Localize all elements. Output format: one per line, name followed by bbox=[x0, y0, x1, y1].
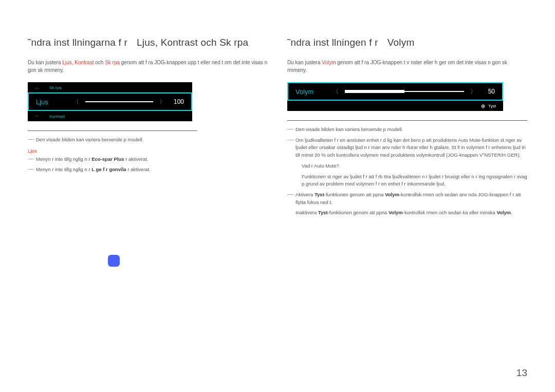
heading-left: ˜ndra inst llningarna f rLjus, Kontrast … bbox=[28, 37, 268, 48]
osd-top-label: Sk rpa bbox=[49, 85, 61, 90]
chevron-right-icon: 〉 bbox=[470, 87, 476, 96]
para-activate-mute: Aktivera Tyst-funktionen genom att ppna … bbox=[287, 191, 527, 206]
intro-right: Du kan justera Volym genom att f ra JOG-… bbox=[287, 59, 527, 74]
osd-bottom-row: ﹀ Kontrast bbox=[28, 111, 192, 121]
heading-right-a: ˜ndra inst llningen f r bbox=[287, 37, 378, 48]
heading-right: ˜ndra inst llningen f rVolym bbox=[287, 37, 527, 48]
osd-brightness: ︿ Sk rpa Ljus 〈 〉 100 ﹀ Kontrast bbox=[28, 82, 192, 121]
separator bbox=[28, 130, 197, 131]
right-column: ˜ndra inst llningen f rVolym Du kan just… bbox=[287, 37, 527, 220]
separator bbox=[287, 120, 527, 121]
heading-right-b: Volym bbox=[387, 37, 415, 48]
left-column: ˜ndra inst llningarna f rLjus, Kontrast … bbox=[28, 37, 268, 220]
para-deactivate-mute: Inaktivera Tyst-funktionen genom att ppn… bbox=[287, 209, 527, 217]
chevron-right-icon: 〉 bbox=[159, 98, 165, 106]
jog-down-icon: ⊕ bbox=[481, 103, 485, 109]
note-model-right: Den visade bilden kan variera beroende p… bbox=[287, 126, 527, 134]
osd-vol-value: 50 bbox=[479, 88, 495, 95]
osd-vol-label: Volym bbox=[295, 88, 329, 96]
chevron-down-icon: ﹀ bbox=[35, 114, 39, 119]
slider-icon bbox=[345, 91, 464, 92]
osd-main-value: 100 bbox=[169, 98, 184, 105]
osd-main-label: Ljus bbox=[36, 98, 70, 106]
heading-left-a: ˜ndra inst llningarna f r bbox=[28, 37, 127, 48]
slider-icon bbox=[85, 101, 153, 102]
ljus-label: Ljus bbox=[28, 148, 268, 154]
heading-left-b: Ljus, Kontrast och Sk rpa bbox=[137, 37, 248, 48]
chevron-up-icon: ︿ bbox=[35, 85, 39, 90]
osd-vol-main: Volym 〈 〉 50 bbox=[287, 82, 503, 101]
note-model-left: Den visade bilden kan variera beroende p… bbox=[28, 136, 268, 144]
page-number: 13 bbox=[516, 367, 527, 379]
decorative-square bbox=[108, 255, 120, 267]
bullet-eye: Menyn r inte tillg nglig n r L ge f r go… bbox=[28, 166, 268, 174]
osd-volume: Volym 〈 〉 50 ⊕ Tyst bbox=[287, 82, 503, 111]
osd-vol-sub-label: Tyst bbox=[488, 104, 496, 108]
bullet-eco: Menyn r inte tillg nglig n r Eco-spar Pl… bbox=[28, 156, 268, 163]
osd-top-row: ︿ Sk rpa bbox=[28, 82, 192, 92]
intro-left: Du kan justera Ljus, Kontrast och Sk rpa… bbox=[28, 59, 268, 74]
chevron-left-icon: 〈 bbox=[73, 98, 79, 106]
chevron-left-icon: 〈 bbox=[332, 87, 339, 96]
osd-main-row: Ljus 〈 〉 100 bbox=[28, 92, 192, 111]
para-automute: Om ljudkvaliteten f r en ansluten enhet … bbox=[287, 137, 527, 159]
automute-q: Vad r Auto Mute? bbox=[287, 162, 527, 170]
osd-vol-sub: ⊕ Tyst bbox=[287, 101, 503, 111]
osd-bottom-label: Kontrast bbox=[49, 114, 65, 119]
automute-a: Funktionen st nger av ljudet f r att f r… bbox=[287, 173, 527, 188]
